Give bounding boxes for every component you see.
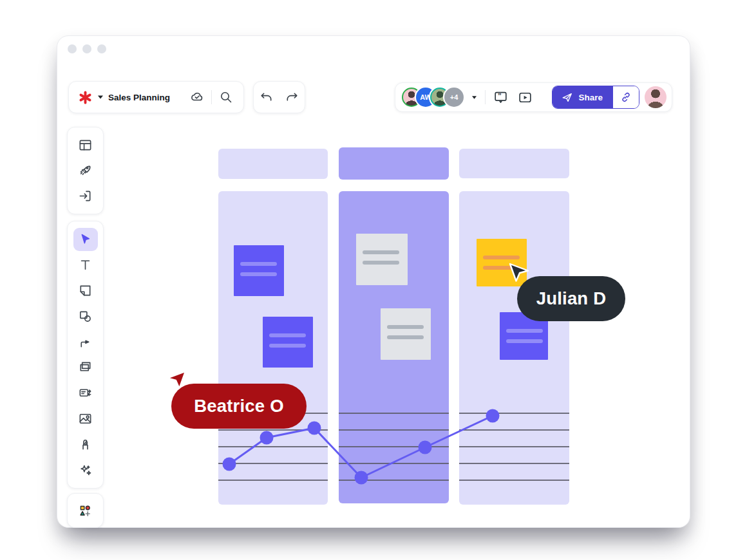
history-toolbar (253, 81, 305, 113)
divider (211, 90, 212, 104)
app-window: Julian DBeatrice O Sales Planning (57, 35, 690, 528)
document-toolbar: Sales Planning (68, 81, 244, 113)
templates-tool-icon[interactable] (73, 134, 98, 157)
app-logo-icon[interactable] (78, 90, 93, 105)
sticky-note-text-line (387, 335, 424, 339)
divider (485, 90, 486, 104)
share-button-label: Share (578, 93, 603, 102)
sidebar-top-tools (67, 127, 104, 214)
search-icon[interactable] (216, 88, 236, 107)
collab-toolbar: AW+4 ” Share (395, 82, 672, 112)
highlighter-tool-icon[interactable] (73, 433, 98, 456)
cloud-saved-icon[interactable] (187, 88, 207, 107)
cursor-name-pill: Julian D (517, 276, 625, 321)
sidebar-main-tools (67, 221, 104, 489)
sticky-note-text-line (269, 344, 306, 348)
chart-data-point[interactable] (260, 431, 274, 445)
share-split-button: Share (552, 86, 639, 109)
app-frame: Julian DBeatrice O Sales Planning (0, 0, 747, 560)
import-tool-icon[interactable] (73, 184, 98, 207)
sticky-note-tool-icon[interactable] (73, 279, 98, 302)
svg-text:”: ” (497, 92, 501, 100)
rocket-tool-icon[interactable] (73, 159, 98, 182)
chart-data-point[interactable] (308, 422, 321, 435)
sticky-note-text-line (240, 262, 277, 266)
user-avatar[interactable] (645, 86, 667, 108)
sticky-note-text-line (387, 325, 424, 329)
sticky-note[interactable] (356, 234, 408, 285)
chart-data-point[interactable] (355, 471, 368, 485)
document-title: Sales Planning (108, 93, 170, 102)
share-button[interactable]: Share (553, 86, 613, 108)
connector-tool-icon[interactable] (73, 330, 98, 353)
chart-data-point[interactable] (486, 409, 500, 423)
sticky-note-text-line (506, 339, 543, 343)
redo-icon[interactable] (283, 88, 302, 107)
video-clip-icon[interactable] (515, 88, 534, 107)
frames-tool-icon[interactable] (73, 356, 98, 379)
sticky-note[interactable] (234, 245, 284, 296)
sticky-note-text-line (483, 256, 520, 259)
sticky-note[interactable] (381, 308, 431, 360)
cursor-name-pill: Beatrice O (171, 384, 307, 429)
more-apps-tool-icon[interactable] (73, 499, 98, 522)
undo-icon[interactable] (257, 88, 276, 107)
sidebar-apps (67, 493, 104, 528)
avatar-stack[interactable]: AW+4 (402, 88, 464, 107)
sticky-note-text-line (506, 329, 543, 333)
select-tool-icon[interactable] (73, 228, 98, 251)
chart-data-point[interactable] (419, 441, 432, 454)
sticky-note-text-line (269, 333, 306, 337)
shapes-tool-icon[interactable] (73, 304, 98, 328)
sticky-note-text-line (363, 250, 399, 254)
ai-sparkles-tool-icon[interactable] (73, 458, 98, 481)
doc-menu-caret-icon[interactable] (97, 95, 104, 100)
chart-data-point[interactable] (223, 458, 236, 471)
sticky-note-text-line (240, 272, 277, 276)
collaborator-overflow-count[interactable]: +4 (444, 88, 464, 107)
comments-icon[interactable]: ” (491, 88, 510, 107)
sticky-note-text-line (363, 261, 399, 265)
cards-tool-icon[interactable] (73, 382, 98, 405)
image-tool-icon[interactable] (73, 407, 98, 430)
avatar-stack-caret-icon[interactable] (469, 95, 480, 100)
text-tool-icon[interactable] (73, 254, 98, 277)
sticky-note[interactable] (263, 317, 313, 368)
copy-link-button[interactable] (613, 86, 639, 108)
